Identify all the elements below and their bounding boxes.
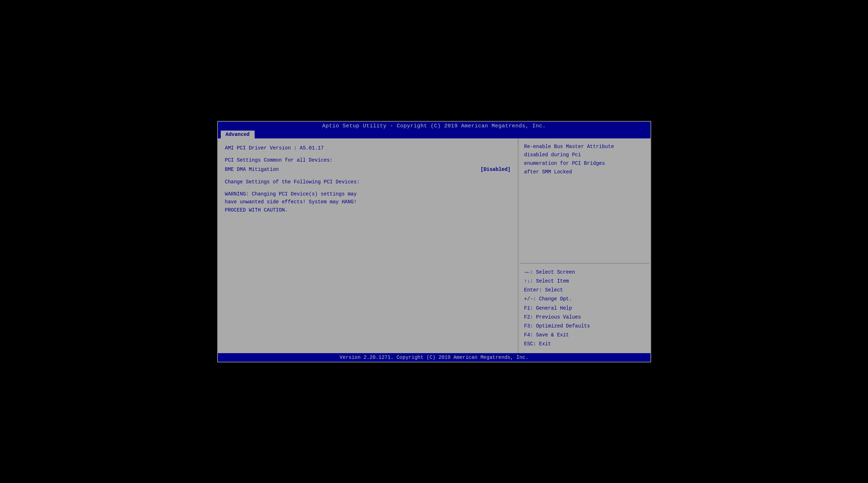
key-label: F3: Optimized Defaults <box>524 323 590 329</box>
key-help-row: →←: Select Screen <box>524 268 645 277</box>
help-line3: enumeration for PCI Bridges <box>524 159 645 168</box>
ami-version-line: AMI PCI Driver Version : A5.01.17 <box>225 144 511 152</box>
warning-line3: PROCEED WITH CAUTION. <box>225 206 511 214</box>
key-label: +/-: Change Opt. <box>524 296 572 302</box>
right-panel: Re-enable Bus Master Attribute disabled … <box>519 138 650 353</box>
key-label: Enter: Select <box>524 287 563 293</box>
key-label: ↑↓: Select Item <box>524 278 569 284</box>
bme-dma-row[interactable]: BME DMA Mitigation [Disabled] <box>225 166 511 173</box>
footer-bar: Version 2.20.1271. Copyright (C) 2019 Am… <box>218 353 650 362</box>
title-bar: Aptio Setup Utility - Copyright (C) 2019… <box>218 122 650 131</box>
key-help-area: →←: Select Screen↑↓: Select ItemEnter: S… <box>519 264 650 353</box>
key-help-row: ↑↓: Select Item <box>524 277 645 286</box>
bme-dma-value: [Disabled] <box>480 166 510 173</box>
title-text: Aptio Setup Utility - Copyright (C) 2019… <box>322 123 546 129</box>
key-help-row: F4: Save & Exit <box>524 331 645 340</box>
warning-line1: WARNING: Changing PCI Device(s) settings… <box>225 190 511 198</box>
help-text-area: Re-enable Bus Master Attribute disabled … <box>519 138 650 263</box>
key-label: F4: Save & Exit <box>524 332 569 338</box>
left-panel: AMI PCI Driver Version : A5.01.17 PCI Se… <box>218 138 519 353</box>
key-help-row: ESC: Exit <box>524 340 645 349</box>
help-line2: disabled during Pci <box>524 151 645 159</box>
key-label: →←: Select Screen <box>524 269 575 275</box>
help-line1: Re-enable Bus Master Attribute <box>524 143 645 151</box>
main-content: AMI PCI Driver Version : A5.01.17 PCI Se… <box>218 138 650 353</box>
key-help-row: F2: Previous Values <box>524 313 645 322</box>
key-help-row: Enter: Select <box>524 286 645 295</box>
change-settings-label: Change Settings of the Following PCI Dev… <box>225 178 511 186</box>
pci-settings-label: PCI Settings Common for all Devices: <box>225 156 511 164</box>
bios-screen: Aptio Setup Utility - Copyright (C) 2019… <box>217 121 651 362</box>
key-help-row: +/-: Change Opt. <box>524 295 645 304</box>
key-label: ESC: Exit <box>524 341 551 347</box>
bme-dma-label: BME DMA Mitigation <box>225 166 279 173</box>
warning-line2: have unwanted side effects! System may H… <box>225 198 511 206</box>
key-help-row: F3: Optimized Defaults <box>524 322 645 331</box>
key-label: F1: General Help <box>524 305 572 311</box>
key-label: F2: Previous Values <box>524 314 581 320</box>
key-help-row: F1: General Help <box>524 304 645 313</box>
tab-bar: Advanced <box>218 131 650 138</box>
help-line4: after SMM Locked <box>524 168 645 177</box>
tab-advanced[interactable]: Advanced <box>221 131 255 138</box>
footer-text: Version 2.20.1271. Copyright (C) 2019 Am… <box>339 355 528 360</box>
